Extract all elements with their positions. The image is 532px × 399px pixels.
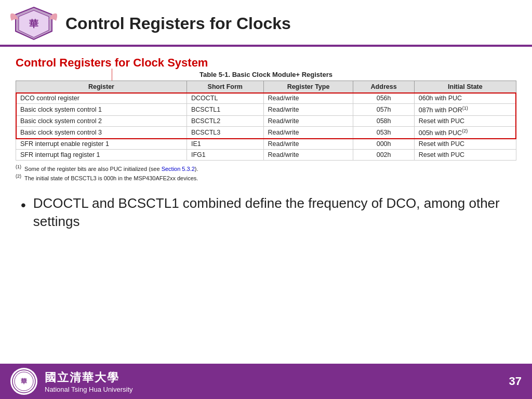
cell-short-form: IFG1 — [187, 150, 263, 161]
section-title-wrapper: Control Registers for Clock System — [16, 56, 516, 70]
cell-initial-state: Reset with PUC — [414, 150, 516, 161]
footer-english-name: National Tsing Hua University — [45, 385, 133, 393]
table-row: DCO control registerDCOCTLRead/write056h… — [16, 93, 516, 104]
table-header-row: Register Short Form Register Type Addres… — [16, 81, 516, 93]
col-initial-state: Initial State — [414, 81, 516, 93]
university-logo: 華 — [10, 5, 57, 42]
cell-register: Basic clock system control 2 — [16, 116, 187, 127]
footnote-1: (1) Some of the register bits are also P… — [16, 164, 516, 173]
cell-register: Basic clock system control 3 — [16, 127, 187, 139]
cell-short-form: BCSCTL3 — [187, 127, 263, 139]
col-address: Address — [353, 81, 414, 93]
table-row: Basic clock system control 3BCSCTL3Read/… — [16, 127, 516, 139]
col-register-type: Register Type — [263, 81, 353, 93]
slide-footer: 華 國立清華大學 National Tsing Hua University 3… — [0, 364, 532, 399]
bullet-text: DCOCTL and BCSCTL1 combined define the f… — [33, 194, 516, 231]
svg-text:華: 華 — [21, 378, 28, 385]
cell-register: SFR interrupt flag register 1 — [16, 150, 187, 161]
footer-university-seal: 華 — [11, 369, 36, 394]
cell-address: 002h — [353, 150, 414, 161]
footer-text-block: 國立清華大學 National Tsing Hua University — [45, 370, 133, 393]
cell-address: 056h — [353, 93, 414, 104]
cell-register: DCO control register — [16, 93, 187, 104]
svg-text:華: 華 — [29, 19, 39, 29]
cell-register-type: Read/write — [263, 150, 353, 161]
cell-short-form: BCSCTL1 — [187, 104, 263, 116]
footnote-link[interactable]: Section 5.3.2 — [162, 166, 195, 172]
cell-register-type: Read/write — [263, 93, 353, 104]
table-row: SFR interrupt enable register 1IE1Read/w… — [16, 139, 516, 150]
cell-register: Basic clock system control 1 — [16, 104, 187, 116]
cell-register-type: Read/write — [263, 127, 353, 139]
bullet-item-1: • DCOCTL and BCSCTL1 combined define the… — [21, 194, 516, 231]
table-caption: Table 5-1. Basic Clock Module+ Registers — [16, 71, 516, 78]
cell-register-type: Read/write — [263, 116, 353, 127]
slide-header: 華 Control Registers for Clocks — [0, 0, 532, 47]
bullet-section: • DCOCTL and BCSCTL1 combined define the… — [16, 194, 516, 231]
cell-short-form: DCOCTL — [187, 93, 263, 104]
footer-logo-circle: 華 — [10, 368, 37, 395]
cell-register-type: Read/write — [263, 104, 353, 116]
cell-address: 058h — [353, 116, 414, 127]
page-title: Control Registers for Clocks — [65, 14, 291, 33]
cell-register-type: Read/write — [263, 139, 353, 150]
col-register: Register — [16, 81, 187, 93]
cell-initial-state: 005h with PUC(2) — [414, 127, 516, 139]
table-container: Register Short Form Register Type Addres… — [16, 81, 516, 161]
registers-table: Register Short Form Register Type Addres… — [16, 81, 516, 161]
main-content: Control Registers for Clock System Table… — [0, 47, 532, 236]
section-title: Control Registers for Clock System — [16, 56, 208, 69]
col-short-form: Short Form — [187, 81, 263, 93]
cell-short-form: BCSCTL2 — [187, 116, 263, 127]
cell-address: 053h — [353, 127, 414, 139]
cell-initial-state: 060h with PUC — [414, 93, 516, 104]
cell-short-form: IE1 — [187, 139, 263, 150]
footnotes: (1) Some of the register bits are also P… — [16, 164, 516, 182]
cell-address: 057h — [353, 104, 414, 116]
cell-initial-state: 087h with POR(1) — [414, 104, 516, 116]
footnote-2: (2) The initial state of BCSCTL3 is 000h… — [16, 173, 516, 182]
table-row: Basic clock system control 1BCSCTL1Read/… — [16, 104, 516, 116]
cell-register: SFR interrupt enable register 1 — [16, 139, 187, 150]
cell-initial-state: Reset with PUC — [414, 116, 516, 127]
footer-chinese-name: 國立清華大學 — [45, 370, 133, 385]
bullet-dot: • — [21, 195, 26, 215]
page-number: 37 — [509, 375, 522, 388]
table-row: Basic clock system control 2BCSCTL2Read/… — [16, 116, 516, 127]
cell-address: 000h — [353, 139, 414, 150]
table-row: SFR interrupt flag register 1IFG1Read/wr… — [16, 150, 516, 161]
cell-initial-state: Reset with PUC — [414, 139, 516, 150]
